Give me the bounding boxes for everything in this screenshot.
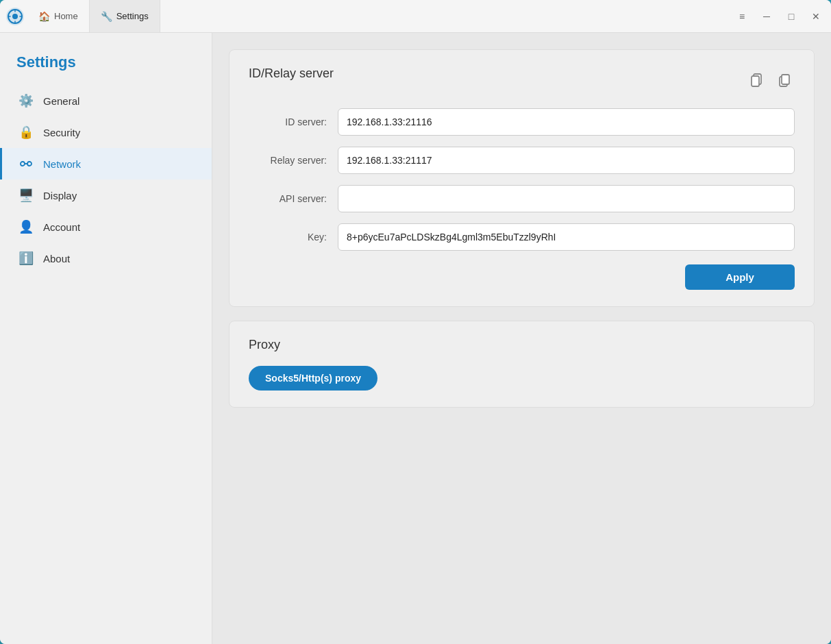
about-icon: ℹ️ bbox=[18, 251, 34, 266]
content-area: ID/Relay server bbox=[212, 33, 831, 644]
apply-button[interactable]: Apply bbox=[685, 264, 795, 290]
sidebar-display-label: Display bbox=[43, 190, 77, 201]
tab-settings[interactable]: 🔧 Settings bbox=[90, 0, 160, 32]
titlebar-tabs: 🏠 Home 🔧 Settings bbox=[27, 0, 732, 32]
sidebar-item-account[interactable]: 👤 Account bbox=[0, 211, 212, 243]
svg-point-2 bbox=[12, 14, 18, 19]
sidebar-about-label: About bbox=[43, 253, 70, 264]
relay-server-row: Relay server: bbox=[249, 147, 795, 174]
proxy-card-title: Proxy bbox=[249, 338, 795, 352]
key-label: Key: bbox=[249, 232, 338, 243]
proxy-button[interactable]: Socks5/Http(s) proxy bbox=[249, 366, 377, 391]
svg-rect-6 bbox=[752, 76, 759, 86]
id-server-input[interactable] bbox=[338, 108, 795, 136]
sidebar-item-security[interactable]: 🔒 Security bbox=[0, 116, 212, 148]
sidebar-network-label: Network bbox=[43, 158, 81, 170]
apply-btn-container: Apply bbox=[249, 264, 795, 290]
tab-settings-label: Settings bbox=[116, 11, 149, 21]
relay-server-label: Relay server: bbox=[249, 155, 338, 166]
svg-rect-8 bbox=[782, 75, 789, 84]
security-icon: 🔒 bbox=[18, 125, 34, 140]
relay-server-input[interactable] bbox=[338, 147, 795, 174]
sidebar-general-label: General bbox=[43, 95, 79, 107]
close-button[interactable]: ✕ bbox=[806, 7, 826, 26]
tab-home-label: Home bbox=[54, 11, 78, 21]
key-input[interactable] bbox=[338, 223, 795, 251]
api-server-input[interactable] bbox=[338, 185, 795, 212]
home-icon: 🏠 bbox=[38, 11, 50, 22]
copy-icon[interactable] bbox=[773, 70, 795, 92]
key-row: Key: bbox=[249, 223, 795, 251]
id-relay-card-title: ID/Relay server bbox=[249, 66, 334, 81]
proxy-card: Proxy Socks5/Http(s) proxy bbox=[229, 321, 815, 408]
tab-home[interactable]: 🏠 Home bbox=[27, 0, 90, 32]
sidebar-account-label: Account bbox=[43, 221, 80, 233]
svg-point-3 bbox=[21, 162, 25, 166]
display-icon: 🖥️ bbox=[18, 188, 34, 203]
api-server-label: API server: bbox=[249, 193, 338, 204]
network-icon bbox=[18, 156, 34, 171]
minimize-button[interactable]: ─ bbox=[757, 7, 776, 26]
sidebar-item-display[interactable]: 🖥️ Display bbox=[0, 179, 212, 211]
sidebar-item-network[interactable]: Network bbox=[0, 148, 212, 179]
sidebar: Settings ⚙️ General 🔒 Security bbox=[0, 33, 212, 644]
sidebar-title: Settings bbox=[0, 47, 212, 85]
svg-point-4 bbox=[27, 162, 32, 166]
id-server-label: ID server: bbox=[249, 116, 338, 127]
settings-tab-icon: 🔧 bbox=[101, 11, 112, 22]
sidebar-item-about[interactable]: ℹ️ About bbox=[0, 243, 212, 274]
id-relay-card-header: ID/Relay server bbox=[249, 66, 795, 95]
titlebar-controls: ≡ ─ □ ✕ bbox=[732, 7, 826, 26]
sidebar-item-general[interactable]: ⚙️ General bbox=[0, 85, 212, 116]
id-server-row: ID server: bbox=[249, 108, 795, 136]
titlebar: 🏠 Home 🔧 Settings ≡ ─ □ ✕ bbox=[0, 0, 831, 33]
app-window: 🏠 Home 🔧 Settings ≡ ─ □ ✕ Settings ⚙️ Ge… bbox=[0, 0, 831, 644]
id-relay-card: ID/Relay server bbox=[229, 49, 815, 307]
app-logo bbox=[5, 7, 25, 26]
main-content: Settings ⚙️ General 🔒 Security bbox=[0, 33, 831, 644]
clipboard-icon[interactable] bbox=[745, 70, 767, 92]
sidebar-security-label: Security bbox=[43, 127, 80, 138]
maximize-button[interactable]: □ bbox=[782, 7, 801, 26]
general-icon: ⚙️ bbox=[18, 93, 34, 108]
card-header-icons bbox=[745, 70, 795, 92]
account-icon: 👤 bbox=[18, 219, 34, 234]
menu-button[interactable]: ≡ bbox=[732, 7, 752, 26]
api-server-row: API server: bbox=[249, 185, 795, 212]
